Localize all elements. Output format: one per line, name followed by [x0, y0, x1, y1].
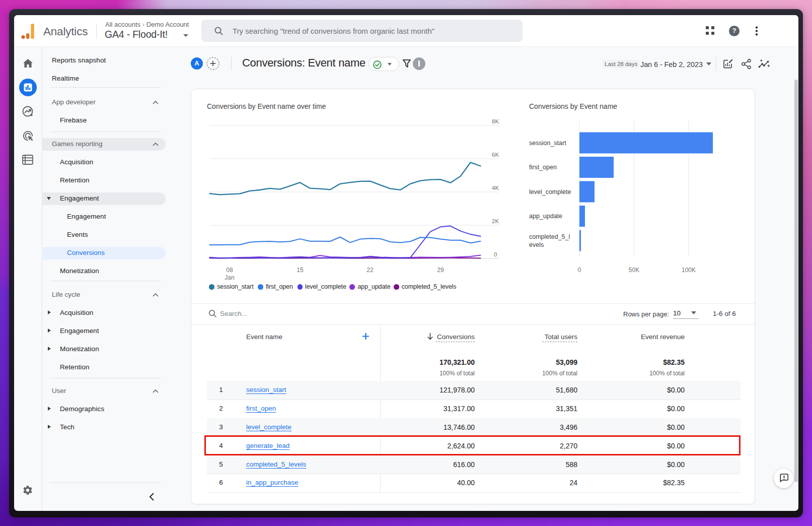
svg-text:100K: 100K	[682, 267, 696, 274]
svg-text:22: 22	[366, 267, 374, 274]
svg-text:08: 08	[226, 267, 233, 274]
svg-text:4K: 4K	[492, 185, 499, 191]
svg-text:15: 15	[297, 267, 304, 274]
svg-text:2K: 2K	[492, 218, 499, 224]
svg-text:Jan: Jan	[225, 274, 234, 281]
svg-text:50K: 50K	[629, 267, 639, 274]
svg-text:0: 0	[494, 251, 497, 257]
svg-text:0: 0	[578, 267, 581, 274]
svg-text:29: 29	[437, 267, 444, 274]
svg-text:6K: 6K	[492, 152, 499, 158]
svg-text:8K: 8K	[492, 118, 499, 124]
